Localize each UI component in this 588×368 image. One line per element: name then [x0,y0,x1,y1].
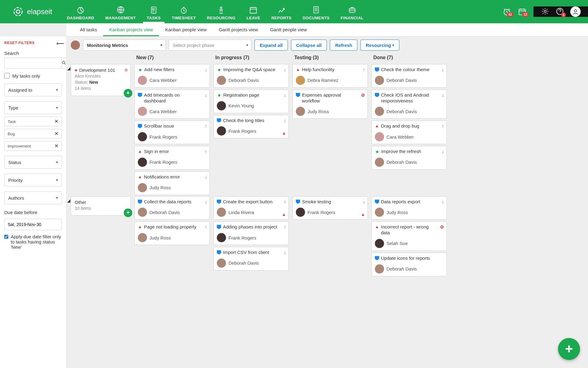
task-card[interactable]: Add new filters Cara Webber [134,64,210,88]
task-card[interactable]: Expenses approval workflow Judy Ross [292,90,368,119]
priority-icon [205,92,207,98]
phase-select[interactable]: Select project phase [169,40,251,51]
nav-dashboard[interactable]: DASHBOARD [62,3,100,23]
calendar-alert-badge: 12 [522,12,529,17]
task-card[interactable]: Collect the data reports Deborah Davis [134,196,210,220]
column-header: Testing (3) [292,54,368,63]
nav-leave[interactable]: LEAVE [241,3,266,23]
priority-icon [284,118,286,123]
task-card[interactable]: Check the long titles Frank Rogers ▲ [213,115,289,139]
dashboard-icon [76,5,85,14]
add-to-group-button[interactable]: + [124,209,132,217]
clock-alert-icon[interactable]: 42 [502,7,511,16]
nav-reports[interactable]: REPORTS [266,3,297,23]
help-icon[interactable]: 1 [556,7,564,17]
user-avatar[interactable] [570,6,581,17]
assignee-name: Frank Rogers [228,235,256,240]
type-select[interactable]: Type [4,101,62,114]
star-icon [217,93,221,98]
star-icon [138,67,142,72]
type-chip-bug[interactable]: Bug✕ [4,129,62,139]
nav-tasks[interactable]: TASKS [141,3,166,23]
assignee-name: Deborah Davis [228,78,259,83]
task-card[interactable]: Notifications error Judy Ross [134,171,210,195]
task-card[interactable]: Improve the refresh Deborah Davis [371,146,447,170]
kanban-column: Check the colour theme Deborah Davis Che… [371,64,447,195]
nav-timesheet[interactable]: TIMESHEET [166,3,202,23]
brand-name: elapseit [27,7,52,16]
task-card[interactable]: Adding phases into project Frank Rogers [213,221,289,245]
assignee-name: Cara Webber [149,78,177,83]
kanban-column: Add new filters Cara Webber Add timecard… [134,64,210,195]
kanban-column: Create the export button Linda Rivera ▲ … [213,196,289,276]
assignee-avatar [138,132,147,141]
brand-logo[interactable]: elapseit [0,0,62,23]
subtab-gantt-people-view[interactable]: Gantt people view [264,23,313,36]
add-task-fab[interactable]: + [558,338,580,360]
subtab-all-tasks[interactable]: All tasks [74,23,103,36]
search-input[interactable] [4,58,61,69]
task-card[interactable]: Update icons for reports Deborah Davis [371,253,447,276]
task-card[interactable]: Incorrect report - wrong data Selah Sue [371,221,447,251]
task-card[interactable]: Drag and drop bug Cara Webber [371,121,447,144]
task-card[interactable]: Scrollbar issue Frank Rogers [134,121,210,144]
task-card[interactable]: Sign in error Frank Rogers [134,146,210,170]
expand-all-button[interactable]: Expand all [254,40,288,51]
task-card[interactable]: Help functionlity Debra Ramirez [292,64,368,88]
assignee-avatar [375,264,384,274]
task-title: Update icons for reports [381,255,430,261]
primary-nav: DASHBOARDMANAGEMENTTASKSTIMESHEETRESOURC… [62,0,496,23]
task-card[interactable]: Import CSV from client Deborah Davis [213,247,289,270]
due-date-input[interactable] [4,219,62,230]
priority-icon [361,92,365,98]
task-card[interactable]: Smoke testing Frank Rogers ▲ [292,196,368,220]
collapse-sidebar-icon[interactable]: ⟵ [56,40,64,47]
task-card[interactable]: Page not loading properly Judy Ross [134,221,210,245]
priority-select[interactable]: Priority [4,174,62,186]
settings-icon[interactable] [541,7,549,17]
type-chip-improvement[interactable]: Improvement✕ [4,141,62,151]
priority-icon [442,92,444,98]
collapse-all-button[interactable]: Collapse all [291,40,327,51]
task-group[interactable]: Other 10 items + [71,196,131,216]
assignee-avatar [138,76,147,85]
resourcing-button[interactable]: Resourcing [360,40,399,51]
task-card[interactable]: Create the export button Linda Rivera ▲ [213,196,289,220]
subtab-gantt-projects-view[interactable]: Gantt projects view [213,23,264,36]
task-card[interactable]: Registration page Kevin Young [213,90,289,113]
flag-icon [138,93,142,97]
type-chip-task[interactable]: Task✕ [4,117,62,126]
due-date-label: Due date before [4,210,62,215]
search-button[interactable] [61,58,66,69]
refresh-button[interactable]: Refresh [330,40,357,51]
nav-resourcing[interactable]: RESOURCING [202,3,241,23]
calendar-alert-icon[interactable]: 12 [518,7,527,16]
subtab-kanban-projects-view[interactable]: Kanban projects view [103,23,159,36]
task-group[interactable]: ⊘ ♣Development 101 Alice Knnoles Status:… [71,64,131,96]
leave-icon [249,5,258,14]
task-card[interactable]: Check IOS and Android responsiveness Deb… [371,90,447,119]
collapse-group-icon[interactable]: ◢ [67,66,70,71]
collapse-group-icon[interactable]: ◢ [67,198,70,203]
apply-due-date-filter-checkbox[interactable]: Apply due date filter only to tasks havi… [4,234,62,250]
task-card[interactable]: Improving the Q&A space Deborah Davis [213,64,289,88]
nav-management[interactable]: MANAGEMENT [100,3,141,23]
subtab-kanban-people-view[interactable]: Kanban people view [159,23,213,36]
assigned-to-select[interactable]: Assigned to [4,83,62,96]
remove-chip-icon[interactable]: ✕ [55,143,58,149]
assignee-avatar [138,233,147,242]
task-card[interactable]: Check the colour theme Deborah Davis [371,64,447,88]
add-to-group-button[interactable]: + [124,89,132,98]
topbar-settings-box: 1 [533,6,588,17]
remove-chip-icon[interactable]: ✕ [55,131,58,136]
reset-filters-button[interactable]: RESET FILTERS [4,41,62,45]
nav-documents[interactable]: DOCUMENTS [297,3,335,23]
status-select[interactable]: Status [4,156,62,169]
remove-chip-icon[interactable]: ✕ [55,119,58,124]
my-tasks-only-checkbox[interactable]: My tasks only [4,73,62,79]
authors-select[interactable]: Authors [4,191,62,204]
task-card[interactable]: Add timecards on dashboard Cara Webber [134,90,210,119]
task-card[interactable]: Data reports export Judy Ross [371,196,447,220]
nav-financial[interactable]: FINANCIAL [335,3,369,23]
project-select[interactable]: Monitoring Metrics [83,40,166,51]
